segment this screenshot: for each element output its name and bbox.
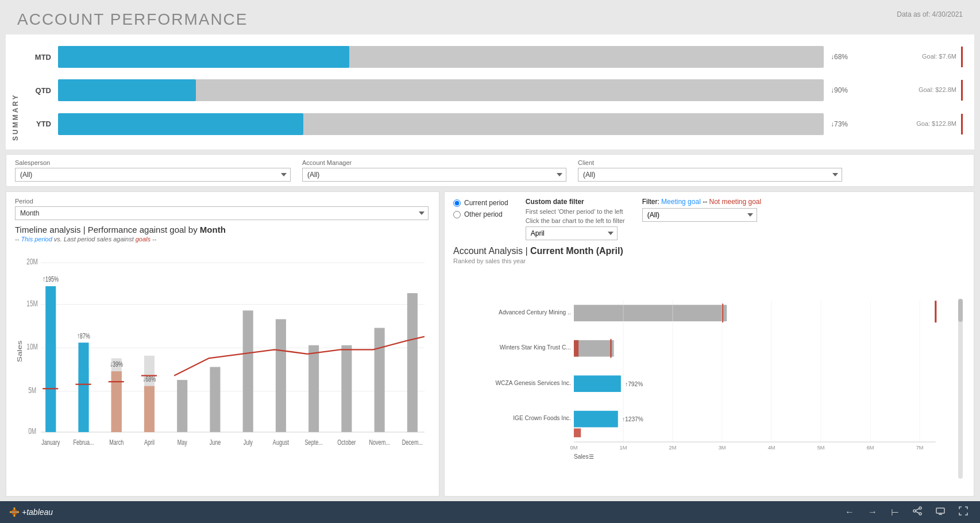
svg-text:Februa...: Februa... (73, 439, 94, 447)
timeline-chart-area[interactable]: 20M 15M 10M 5M 0M Sales ↑195 (15, 247, 430, 490)
bar-sep[interactable] (308, 345, 319, 432)
svg-text:Winters Star King Trust C...: Winters Star King Trust C... (500, 344, 571, 351)
account-manager-label: Account Manager (302, 159, 566, 166)
client-select[interactable]: (All) (578, 168, 842, 182)
svg-text:October: October (337, 439, 356, 447)
bar-august[interactable] (276, 319, 286, 432)
mtd-fill (58, 46, 349, 68)
fullscreen-button[interactable] (955, 505, 971, 519)
svg-rect-23 (144, 356, 155, 432)
period-select[interactable]: Month Quarter Year (15, 206, 429, 220)
svg-rect-15 (78, 369, 88, 432)
svg-text:↑1237%: ↑1237% (622, 416, 643, 422)
timeline-chart-svg: 20M 15M 10M 5M 0M Sales ↑195 (15, 247, 430, 490)
bar-may[interactable] (177, 380, 187, 432)
salesperson-select[interactable]: (All) (15, 168, 291, 182)
summary-qtd-row: QTD ↓90% (28, 79, 859, 101)
bar-dec[interactable] (407, 293, 418, 432)
svg-line-75 (916, 512, 919, 513)
mtd-goal-label: Goal: $7.6M (922, 53, 956, 60)
salesperson-label: Salesperson (15, 159, 291, 166)
summary-goals: Goal: $7.6M Goal: $22.8M Goa: $122.8M (894, 40, 963, 141)
filter-goal-group: Filter: Meeting goal -- Not meeting goal… (642, 198, 761, 222)
nav-prev-button[interactable]: ← (842, 506, 858, 518)
svg-text:Decem...: Decem... (402, 439, 423, 447)
header: ACCOUNT PERFORMANCE Data as of: 4/30/202… (0, 0, 980, 34)
svg-text:↓39%: ↓39% (110, 360, 123, 368)
bar-ige[interactable] (574, 411, 618, 428)
nav-next-button[interactable]: → (865, 506, 881, 518)
qtd-pct: ↓90% (831, 86, 859, 94)
mtd-track[interactable] (58, 46, 824, 68)
other-period-input[interactable] (453, 211, 461, 218)
separator: -- (701, 198, 709, 206)
svg-text:5M: 5M (817, 445, 825, 451)
qtd-fill (58, 79, 196, 101)
salesperson-filter: Salesperson (All) (15, 159, 291, 182)
tableau-logo: +tableau (9, 506, 53, 518)
meeting-goal-text: Meeting goal (661, 198, 701, 206)
ytd-fill (58, 113, 303, 135)
custom-date-sub1: First select 'Other period' to the left (526, 208, 625, 215)
svg-rect-69 (12, 510, 17, 512)
account-manager-filter: Account Manager (All) (302, 159, 566, 182)
fullscreen-icon (959, 506, 968, 516)
nav-start-button[interactable]: ⊢ (888, 506, 902, 519)
share-button[interactable] (909, 505, 925, 519)
filter-row: Salesperson (All) Account Manager (All) … (6, 154, 974, 187)
not-meeting-goal-text: Not meeting goal (709, 198, 761, 206)
svg-text:August: August (273, 439, 290, 447)
account-chart-svg: Advanced Century Mining .. Winters Star … (453, 270, 965, 490)
svg-text:1M: 1M (620, 445, 627, 451)
svg-text:July: July (244, 439, 253, 447)
right-panel: Current period Other period Custom date … (444, 191, 974, 497)
current-period-radio[interactable]: Current period (453, 199, 508, 207)
svg-text:Septe...: Septe... (305, 439, 323, 447)
current-period-input[interactable] (453, 199, 461, 207)
left-panel: Period Month Quarter Year Timeline analy… (6, 191, 439, 497)
qtd-goal-label: Goal: $22.8M (919, 86, 956, 93)
svg-text:15M: 15M (26, 298, 38, 309)
account-manager-select[interactable]: (All) (302, 168, 566, 182)
svg-text:6M: 6M (867, 445, 874, 451)
svg-text:10M: 10M (26, 341, 38, 352)
ytd-label: YTD (28, 120, 51, 128)
scrollbar-right[interactable] (958, 299, 963, 479)
bar-adv-century[interactable] (574, 305, 727, 321)
footer-controls: ← → ⊢ (842, 505, 971, 519)
svg-text:20M: 20M (26, 256, 38, 267)
bar-july[interactable] (243, 310, 253, 432)
bar-oct[interactable] (341, 345, 352, 432)
svg-line-74 (916, 509, 919, 510)
bar-wcza[interactable] (574, 375, 621, 392)
bar-winters[interactable] (574, 340, 614, 357)
account-chart-area[interactable]: Advanced Century Mining .. Winters Star … (453, 270, 965, 490)
account-title-bold: Current Month (April) (530, 246, 623, 256)
svg-text:0M: 0M (28, 426, 36, 436)
other-period-label: Other period (464, 210, 503, 218)
account-title-static: Account Analysis | (453, 246, 530, 256)
month-select[interactable]: April January February March May June (526, 226, 618, 240)
filter-goal-select[interactable]: (All) Meeting goal Not meeting goal (642, 208, 757, 222)
custom-date-sub2: Click the bar chart to the left to filte… (526, 217, 625, 224)
ytd-goal-label: Goa: $122.8M (916, 120, 956, 127)
svg-text:Sales: Sales (574, 453, 589, 460)
bar-nov[interactable] (375, 328, 385, 432)
svg-text:May: May (178, 439, 187, 447)
other-period-radio[interactable]: Other period (453, 210, 508, 218)
bar-june[interactable] (210, 367, 220, 432)
period-label: Period (15, 198, 430, 205)
bottom-section: Period Month Quarter Year Timeline analy… (6, 191, 974, 497)
svg-text:IGE Crown Foods Inc.: IGE Crown Foods Inc. (513, 415, 571, 421)
svg-text:5M: 5M (28, 385, 36, 395)
svg-text:June: June (210, 439, 221, 447)
client-label: Client (578, 159, 842, 166)
ytd-track[interactable] (58, 113, 824, 135)
svg-text:↑792%: ↑792% (625, 381, 643, 387)
svg-rect-76 (936, 508, 944, 513)
svg-rect-19 (111, 358, 122, 432)
page-title: ACCOUNT PERFORMANCE (17, 10, 248, 29)
qtd-track[interactable] (58, 79, 824, 101)
svg-text:↑87%: ↑87% (77, 332, 90, 340)
device-button[interactable] (932, 505, 948, 519)
